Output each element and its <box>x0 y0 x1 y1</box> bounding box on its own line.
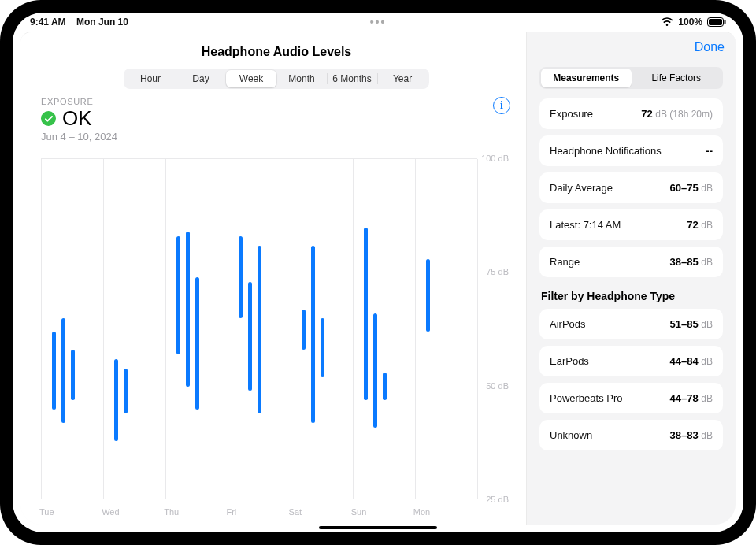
side-tab-segmented[interactable]: Measurements Life Factors <box>539 67 723 89</box>
x-tick: Tue <box>39 507 54 517</box>
chart-bar[interactable] <box>311 246 315 423</box>
metric-latest[interactable]: Latest: 7:14 AM 72 dB <box>539 209 723 240</box>
chart-bar[interactable] <box>114 359 118 441</box>
chart-bar[interactable] <box>383 373 387 400</box>
filter-unknown[interactable]: Unknown 38–83 dB <box>539 420 723 450</box>
x-tick: Wed <box>102 507 119 517</box>
metric-daily-average[interactable]: Daily Average 60–75 dB <box>539 172 723 203</box>
y-tick: 100 dB <box>481 154 509 163</box>
segment-6-months[interactable]: 6 Months <box>327 70 377 87</box>
chart-bar[interactable] <box>302 310 306 350</box>
x-tick: Fri <box>226 507 236 517</box>
metric-exposure[interactable]: Exposure 72 dB (18h 20m) <box>539 98 723 129</box>
segment-month[interactable]: Month <box>276 70 327 87</box>
tab-life-factors[interactable]: Life Factors <box>632 69 722 87</box>
chart-bar[interactable] <box>321 318 324 377</box>
segment-day[interactable]: Day <box>176 70 226 87</box>
exposure-status: OK <box>62 106 92 131</box>
chart-bar[interactable] <box>124 369 128 414</box>
chart-bar[interactable] <box>61 318 65 423</box>
status-ok-icon <box>41 111 56 126</box>
wifi-icon <box>661 17 673 27</box>
filter-powerbeats[interactable]: Powerbeats Pro 44–78 dB <box>539 383 723 413</box>
chart-bar[interactable] <box>186 232 190 386</box>
home-indicator[interactable] <box>319 526 437 529</box>
x-tick: Mon <box>413 507 430 517</box>
status-bar: 9:41 AM Mon Jun 10 ••• 100% <box>13 13 743 32</box>
tab-measurements[interactable]: Measurements <box>541 69 632 87</box>
page-title: Headphone Audio Levels <box>41 42 512 69</box>
metric-notifications[interactable]: Headphone Notifications -- <box>539 135 723 166</box>
x-tick: Sat <box>289 507 302 517</box>
segment-hour[interactable]: Hour <box>125 70 176 87</box>
y-tick: 50 dB <box>486 381 509 391</box>
chart-bar[interactable] <box>239 236 243 318</box>
svg-rect-1 <box>709 19 722 25</box>
filter-earpods[interactable]: EarPods 44–84 dB <box>539 346 723 376</box>
status-time: 9:41 AM <box>30 17 66 28</box>
exposure-caption: EXPOSURE <box>41 97 512 106</box>
status-date: Mon Jun 10 <box>76 17 128 28</box>
exposure-date-range: Jun 4 – 10, 2024 <box>41 131 512 143</box>
audio-level-chart[interactable]: 25 dB50 dB75 dB100 dBTueWedThuFriSatSunM… <box>41 147 512 520</box>
x-tick: Sun <box>351 507 367 517</box>
x-tick: Thu <box>164 507 179 517</box>
chart-bar[interactable] <box>258 246 261 414</box>
svg-rect-2 <box>724 20 726 24</box>
battery-icon <box>707 17 726 27</box>
segment-week[interactable]: Week <box>226 70 276 87</box>
chart-bar[interactable] <box>52 332 56 409</box>
filter-airpods[interactable]: AirPods 51–85 dB <box>539 309 723 339</box>
chart-bar[interactable] <box>426 259 430 332</box>
segment-year[interactable]: Year <box>377 70 428 87</box>
chart-bar[interactable] <box>364 228 368 400</box>
done-button[interactable]: Done <box>695 40 724 54</box>
chart-bar[interactable] <box>248 282 252 391</box>
time-range-segmented[interactable]: HourDayWeekMonth6 MonthsYear <box>124 69 429 89</box>
chart-bar[interactable] <box>373 313 377 427</box>
filter-header: Filter by Headphone Type <box>541 290 721 302</box>
chart-bar[interactable] <box>71 350 75 400</box>
metric-range[interactable]: Range 38–85 dB <box>539 247 723 277</box>
info-icon[interactable]: i <box>493 97 510 114</box>
battery-percent: 100% <box>678 17 702 28</box>
chart-bar[interactable] <box>176 236 180 354</box>
chart-bar[interactable] <box>195 277 199 409</box>
y-tick: 75 dB <box>486 267 509 276</box>
metric-label: Exposure <box>550 108 593 120</box>
y-tick: 25 dB <box>486 495 509 504</box>
